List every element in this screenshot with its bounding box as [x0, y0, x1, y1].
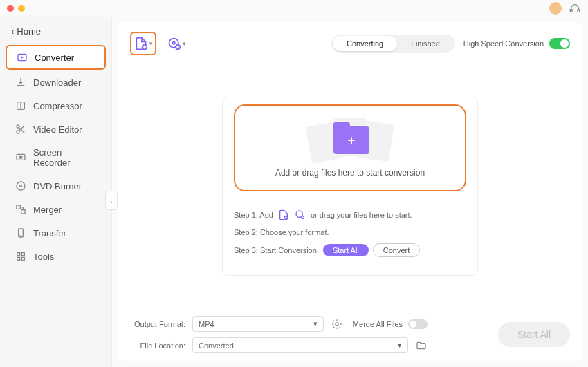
- settings-gear-icon[interactable]: [331, 318, 343, 330]
- user-avatar[interactable]: [549, 2, 562, 15]
- chevron-down-icon: ▾: [149, 40, 153, 47]
- sidebar-collapse-handle[interactable]: ‹: [105, 191, 118, 210]
- converter-icon: [17, 52, 28, 63]
- disc-icon: [15, 180, 26, 191]
- sidebar-item-label: DVD Burner: [33, 181, 82, 191]
- file-plus-icon: [277, 209, 290, 221]
- svg-point-8: [17, 182, 25, 190]
- step-1-prefix: Step 1: Add: [234, 211, 273, 219]
- file-location-select[interactable]: Converted ▾: [192, 337, 408, 353]
- merge-label: Merge All Files: [353, 320, 403, 328]
- merge-toggle[interactable]: [408, 319, 428, 329]
- sidebar-item-label: Video Editor: [33, 124, 82, 135]
- svg-rect-16: [21, 257, 24, 260]
- step-2: Step 2: Choose your format.: [234, 228, 466, 236]
- output-format-label: Output Format:: [130, 320, 185, 328]
- sidebar-item-video-editor[interactable]: Video Editor: [6, 118, 106, 140]
- file-location-label: File Location:: [130, 341, 185, 350]
- svg-point-19: [172, 42, 174, 44]
- sidebar: ‹ Home Converter Downloader Compressor V…: [0, 17, 112, 367]
- toolbar: ▾ ▾ Converting Finished High Speed Conve…: [130, 32, 570, 55]
- sidebar-item-transfer[interactable]: Transfer: [6, 222, 106, 244]
- start-all-pill[interactable]: Start All: [323, 244, 369, 256]
- status-tabs: Converting Finished: [331, 35, 455, 53]
- svg-point-7: [19, 156, 22, 158]
- output-format-value: MP4: [199, 320, 214, 328]
- footer: Output Format: MP4 ▾ Merge All Files Fil…: [130, 309, 570, 353]
- chevron-down-icon: ▾: [313, 319, 318, 328]
- tab-converting[interactable]: Converting: [333, 36, 397, 51]
- svg-rect-1: [578, 9, 580, 12]
- compressor-icon: [15, 100, 26, 111]
- sidebar-item-label: Converter: [35, 53, 74, 63]
- grid-icon: [15, 251, 26, 262]
- title-bar: [0, 0, 588, 17]
- drop-zone-label: Add or drag files here to start conversi…: [275, 168, 425, 178]
- sidebar-item-dvd-burner[interactable]: DVD Burner: [6, 175, 106, 197]
- convert-pill[interactable]: Convert: [373, 243, 421, 257]
- home-link[interactable]: ‹ Home: [0, 23, 111, 44]
- open-folder-icon[interactable]: [415, 339, 428, 352]
- output-format-select[interactable]: MP4 ▾: [192, 316, 324, 332]
- sidebar-item-compressor[interactable]: Compressor: [6, 95, 106, 117]
- home-label: Home: [17, 26, 41, 37]
- svg-rect-13: [17, 253, 20, 256]
- minimize-window-button[interactable]: [18, 5, 25, 12]
- svg-rect-14: [21, 253, 24, 256]
- merger-icon: [15, 204, 26, 215]
- svg-rect-0: [570, 9, 572, 12]
- add-file-button[interactable]: ▾: [130, 32, 156, 55]
- support-icon[interactable]: [569, 2, 581, 15]
- step-3-prefix: Step 3: Start Conversion.: [234, 246, 319, 254]
- sidebar-item-converter[interactable]: Converter: [6, 45, 106, 70]
- disc-plus-icon: [294, 209, 306, 221]
- sidebar-item-label: Transfer: [33, 228, 66, 238]
- sidebar-item-label: Compressor: [33, 101, 82, 111]
- svg-point-9: [20, 185, 22, 187]
- sidebar-item-label: Merger: [33, 205, 62, 215]
- svg-point-24: [336, 323, 338, 326]
- step-1: Step 1: Add or drag your files here to s…: [234, 209, 466, 221]
- sidebar-item-merger[interactable]: Merger: [6, 198, 106, 220]
- add-disc-button[interactable]: ▾: [163, 32, 190, 55]
- recorder-icon: [15, 152, 26, 163]
- file-location-value: Converted: [199, 341, 234, 350]
- transfer-icon: [15, 227, 26, 238]
- start-all-button[interactable]: Start All: [498, 322, 570, 347]
- sidebar-item-label: Downloader: [33, 77, 81, 88]
- sidebar-item-label: Screen Recorder: [33, 147, 96, 168]
- drop-card: + Add or drag files here to start conver…: [222, 97, 478, 276]
- downloader-icon: [15, 77, 26, 88]
- chevron-left-icon: ‹: [11, 26, 14, 37]
- tab-finished[interactable]: Finished: [397, 36, 454, 51]
- folder-plus-icon: +: [333, 126, 369, 154]
- folder-illustration: +: [309, 118, 392, 160]
- step-1-suffix: or drag your files here to start.: [311, 211, 412, 219]
- chevron-down-icon: ▾: [398, 341, 402, 350]
- sidebar-item-label: Tools: [33, 252, 54, 262]
- high-speed-toggle[interactable]: [549, 38, 570, 49]
- sidebar-item-screen-recorder[interactable]: Screen Recorder: [6, 142, 106, 173]
- svg-point-5: [17, 131, 19, 133]
- close-window-button[interactable]: [7, 5, 14, 12]
- svg-point-4: [17, 125, 19, 128]
- scissors-icon: [15, 124, 26, 135]
- high-speed-label: High Speed Conversion: [463, 39, 544, 48]
- svg-rect-15: [17, 257, 20, 260]
- svg-rect-11: [21, 210, 25, 214]
- svg-rect-10: [17, 205, 20, 209]
- step-3: Step 3: Start Conversion. Start All Conv…: [234, 243, 466, 257]
- chevron-down-icon: ▾: [183, 40, 186, 47]
- sidebar-item-tools[interactable]: Tools: [6, 245, 106, 267]
- sidebar-item-downloader[interactable]: Downloader: [6, 71, 106, 93]
- drop-zone[interactable]: + Add or drag files here to start conver…: [234, 104, 466, 191]
